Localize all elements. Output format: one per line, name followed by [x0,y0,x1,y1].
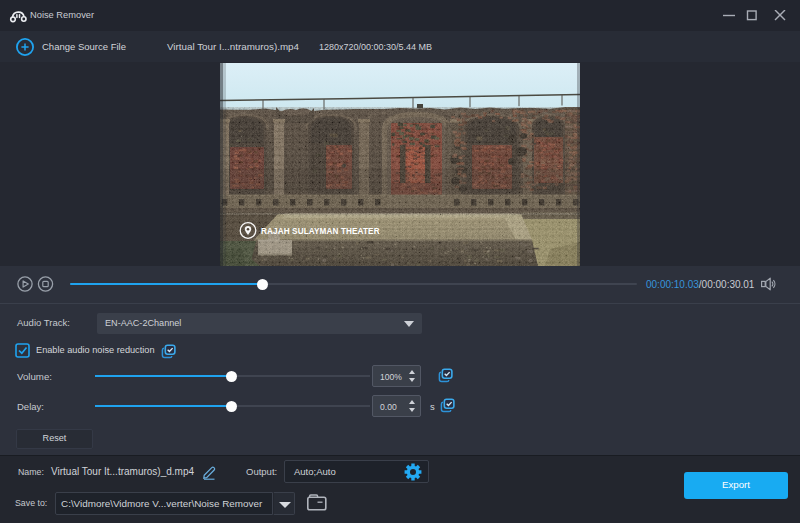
svg-text:RAJAH SULAYMAN THEATER: RAJAH SULAYMAN THEATER [261,227,380,236]
